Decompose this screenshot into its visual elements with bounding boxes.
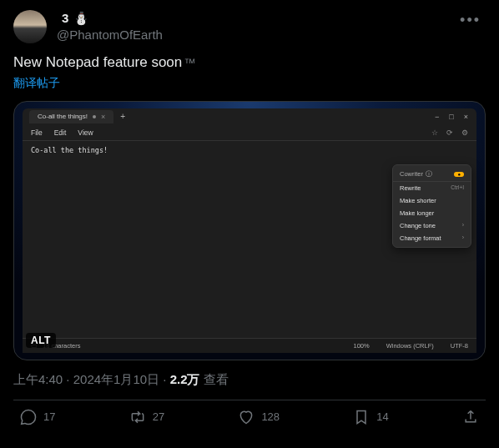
names: 3 ⛄ @PhantomOfEarth: [57, 10, 163, 43]
user-row: 3 ⛄ @PhantomOfEarth: [13, 10, 163, 43]
tab-modified-dot-icon: [93, 115, 96, 118]
badge-number: 3: [62, 10, 68, 27]
menu-view: View: [78, 128, 93, 137]
ctx-header: Cowriter ⓘ ●: [393, 168, 471, 182]
tab-close-icon: ×: [101, 113, 105, 121]
editor-content: Co-all the things!: [31, 146, 108, 154]
more-button[interactable]: •••: [455, 10, 486, 31]
bookmark-count: 14: [376, 410, 388, 423]
window-controls: − □ ×: [435, 113, 473, 121]
ctx-badge: ●: [454, 172, 464, 177]
ctx-label: Rewrite: [400, 184, 421, 192]
notepad-titlebar: Co-all the things! × + − □ ×: [23, 108, 476, 125]
retweet-count: 27: [153, 410, 164, 423]
notepad-tab: Co-all the things! ×: [29, 110, 113, 123]
alt-badge[interactable]: ALT: [26, 333, 56, 348]
close-icon: ×: [464, 113, 468, 121]
tweet-container: 3 ⛄ @PhantomOfEarth ••• New Notepad feat…: [0, 0, 499, 434]
reply-button[interactable]: 17: [20, 409, 55, 425]
ctx-item-rewrite: Rewrite Ctrl+I: [393, 182, 471, 194]
tweet-media[interactable]: Co-all the things! × + − □ × File Edit V…: [13, 101, 486, 360]
tweet-text: New Notepad feature soon™: [13, 53, 486, 73]
meta-sep: ·: [159, 372, 170, 386]
minimize-icon: −: [435, 113, 439, 121]
retweet-icon: [129, 409, 146, 425]
meta-time[interactable]: 上午4:40: [13, 372, 63, 386]
info-icon: ⓘ: [426, 170, 432, 179]
ctx-item-longer: Make longer: [393, 207, 471, 219]
reply-icon: [20, 409, 37, 425]
meta-views-count: 2.2万: [170, 372, 200, 386]
bookmark-icon: [353, 409, 370, 425]
tweet-text-content: New Notepad feature soon: [13, 54, 182, 70]
status-zoom: 100%: [353, 342, 369, 350]
like-button[interactable]: 128: [238, 409, 280, 425]
retweet-button[interactable]: 27: [129, 409, 164, 425]
tweet-header: 3 ⛄ @PhantomOfEarth •••: [13, 10, 486, 43]
ctx-title: Cowriter: [400, 170, 423, 178]
tab-title: Co-all the things!: [38, 113, 88, 120]
tm-mark: ™: [184, 56, 195, 69]
bookmark-button[interactable]: 14: [353, 409, 388, 425]
maximize-icon: □: [449, 113, 453, 121]
meta-sep: ·: [63, 372, 73, 386]
translate-link[interactable]: 翻译帖子: [13, 76, 60, 91]
ctx-shortcut: Ctrl+I: [451, 184, 464, 192]
ctx-label: Make longer: [400, 209, 434, 217]
share-button[interactable]: [462, 409, 479, 425]
user-handle[interactable]: @PhantomOfEarth: [57, 27, 163, 43]
ctx-item-format: Change format ›: [393, 232, 471, 244]
reply-count: 17: [43, 410, 55, 423]
star-icon: ☆: [431, 128, 438, 137]
cowriter-menu: Cowriter ⓘ ● Rewrite Ctrl+I Make shorter…: [392, 164, 471, 248]
avatar[interactable]: [13, 10, 47, 43]
refresh-icon: ⟳: [446, 128, 453, 137]
meta-date[interactable]: 2024年1月10日: [73, 372, 159, 386]
notepad-window: Co-all the things! × + − □ × File Edit V…: [23, 108, 476, 353]
new-tab-button: +: [120, 112, 125, 121]
chevron-right-icon: ›: [462, 222, 464, 229]
tweet-actions: 17 27 128 14: [13, 400, 486, 434]
menu-file: File: [31, 128, 43, 137]
snowman-icon: ⛄: [73, 10, 89, 27]
status-encoding: UTF-8: [451, 342, 468, 350]
ctx-item-tone: Change tone ›: [393, 219, 471, 232]
menubar-right: ☆ ⟳ ⚙: [431, 128, 468, 137]
ctx-label: Make shorter: [400, 197, 436, 204]
status-right: 100% Windows (CRLF) UTF-8: [353, 342, 468, 350]
ctx-label: Change tone: [400, 222, 436, 229]
ctx-label: Change format: [400, 234, 441, 242]
display-name-row[interactable]: 3 ⛄: [57, 10, 163, 27]
like-count: 128: [261, 410, 280, 423]
status-line-ending: Windows (CRLF): [386, 342, 434, 350]
tweet-meta: 上午4:40 · 2024年1月10日 · 2.2万 查看: [13, 372, 486, 388]
meta-views-label: 查看: [200, 372, 229, 386]
heart-icon: [238, 409, 255, 425]
ctx-item-shorter: Make shorter: [393, 194, 471, 207]
gear-icon: ⚙: [461, 128, 468, 137]
notepad-menubar: File Edit View ☆ ⟳ ⚙: [23, 125, 476, 141]
share-icon: [462, 409, 479, 425]
notepad-editor: Co-all the things! Cowriter ⓘ ● Rewrite …: [23, 141, 476, 338]
menu-edit: Edit: [54, 128, 67, 137]
chevron-right-icon: ›: [462, 234, 464, 242]
notepad-statusbar: ▭ 18 characters 100% Windows (CRLF) UTF-…: [23, 338, 476, 353]
